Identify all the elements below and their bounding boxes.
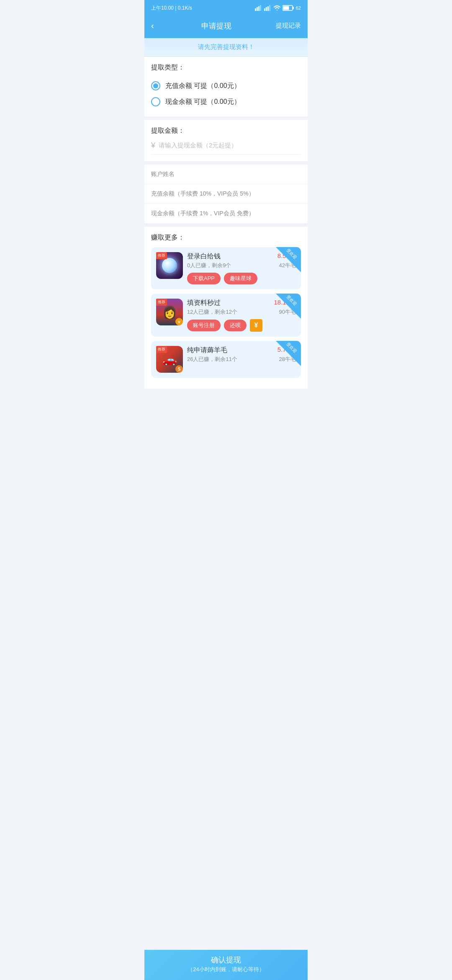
svg-rect-3 [260,5,261,11]
task-card-2[interactable]: 👩 推荐 v 填资料秒过 18.18元 12人已赚，剩余12个 90牛毛 账号注… [151,294,301,337]
earn-more-label: 赚取更多： [151,233,301,242]
task-sub-row-2: 12人已赚，剩余12个 90牛毛 [187,308,296,316]
glow-ball-icon [162,258,177,273]
task-icon-wrap-2: 👩 推荐 v [156,299,183,325]
task-sub-row-1: 0人已赚，剩余9个 42牛毛 [187,262,296,269]
tag-download-app[interactable]: 下载APP [187,273,221,284]
task-card-1[interactable]: 推荐 登录白给钱 8.50元 0人已赚，剩余9个 42牛毛 下载APP 趣味星球… [151,247,301,289]
recharge-radio[interactable] [151,81,160,90]
task-title-2: 填资料秒过 [187,299,221,307]
cash-fee-row: 现金余额（手续费 1%，VIP会员 免费） [144,204,308,223]
withdraw-amount-section: 提取金额： ¥ 请输入提现金额（2元起提） [144,120,308,161]
task-price-1: 8.50元 [277,252,296,260]
task-title-1: 登录白给钱 [187,252,221,261]
amount-placeholder[interactable]: 请输入提现金额（2元起提） [159,142,301,150]
status-bar: 上午10:00 | 0.1K/s 62 [144,0,308,15]
svg-rect-2 [258,6,259,11]
history-button[interactable]: 提现记录 [276,22,301,30]
svg-rect-4 [264,8,265,11]
cash-balance-option[interactable]: 现金余额 可提（0.00元） [151,94,301,110]
task-badge-2: 推荐 [156,299,167,306]
cash-balance-label: 现金余额 可提（0.00元） [165,98,241,106]
svg-rect-5 [266,7,267,11]
s-badge-3: S [175,365,183,373]
back-button[interactable]: ‹ [151,19,157,32]
recharge-fee-text: 充值余额（手续费 10%，VIP会员 5%） [151,190,254,197]
signal-icon [255,5,262,11]
svg-rect-9 [293,7,294,9]
recharge-balance-label: 充值余额 可提（0.00元） [165,82,241,90]
withdraw-type-section: 提取类型： 充值余额 可提（0.00元） 现金余额 可提（0.00元） [144,57,308,116]
status-time: 上午10:00 | 0.1K/s [151,5,192,12]
task-title-row-3: 纯申请薅羊毛 5.76元 [187,346,296,355]
task-icon-wrap-3: 🚗 推荐 S [156,346,183,373]
task-tags-2: 账号注册 还呗 ¥ [187,319,296,332]
recharge-fee-row: 充值余额（手续费 10%，VIP会员 5%） [144,184,308,204]
svg-rect-1 [257,7,258,11]
amount-input-row: ¥ 请输入提现金额（2元起提） [151,141,301,155]
status-icons: 62 [255,5,301,11]
task-price-3: 5.76元 [277,346,296,354]
task-tags-1: 下载APP 趣味星球 [187,273,296,284]
task-desc-3: 26人已赚，剩余11个 [187,356,237,363]
svg-rect-7 [269,5,270,11]
account-info-section: 账户姓名 充值余额（手续费 10%，VIP会员 5%） 现金余额（手续费 1%，… [144,165,308,223]
signal-icon2 [264,5,272,11]
task-content-2: 填资料秒过 18.18元 12人已赚，剩余12个 90牛毛 账号注册 还呗 ¥ [187,299,296,332]
tag-huanba[interactable]: 还呗 [224,320,247,331]
task-badge-3: 推荐 [156,346,167,353]
svg-rect-6 [267,6,269,11]
task-title-3: 纯申请薅羊毛 [187,346,227,355]
notice-text: 请先完善提现资料！ [198,43,254,50]
svg-rect-0 [255,8,256,11]
task-mao-2: 90牛毛 [279,308,296,316]
recharge-balance-option[interactable]: 充值余额 可提（0.00元） [151,78,301,94]
svg-rect-10 [283,6,289,10]
tag-account-register[interactable]: 账号注册 [187,320,221,331]
earn-more-section: 赚取更多： 推荐 登录白给钱 8.50元 0人已赚，剩余9个 42牛毛 下载AP… [144,227,308,389]
task-content-3: 纯申请薅羊毛 5.76元 26人已赚，剩余11个 28牛毛 [187,346,296,366]
account-name-text: 账户姓名 [151,170,175,177]
cash-radio[interactable] [151,97,160,106]
task-badge-1: 推荐 [156,252,167,259]
task-title-row-1: 登录白给钱 8.50元 [187,252,296,261]
task-content-1: 登录白给钱 8.50元 0人已赚，剩余9个 42牛毛 下载APP 趣味星球 [187,252,296,284]
cash-fee-text: 现金余额（手续费 1%，VIP会员 免费） [151,210,254,217]
task-desc-1: 0人已赚，剩余9个 [187,262,231,269]
task-mao-3: 28牛毛 [279,356,296,363]
currency-symbol: ¥ [151,141,155,150]
withdraw-type-label: 提取类型： [151,63,301,72]
wifi-icon [273,5,281,11]
task-sub-row-3: 26人已赚，剩余11个 28牛毛 [187,356,296,363]
page-title: 申请提现 [157,21,276,31]
notice-banner: 请先完善提现资料！ [144,38,308,57]
task-icon-wrap-1: 推荐 [156,252,183,279]
battery-icon [282,5,294,11]
battery-level: 62 [296,5,301,10]
task-mao-1: 42牛毛 [279,262,296,269]
account-name-row[interactable]: 账户姓名 [144,165,308,184]
app-header: ‹ 申请提现 提现记录 [144,15,308,38]
yuan-icon: ¥ [250,319,262,332]
task-title-row-2: 填资料秒过 18.18元 [187,299,296,307]
vip-badge-2: v [175,318,183,325]
tag-quweixingqiu[interactable]: 趣味星球 [224,273,257,284]
task-desc-2: 12人已赚，剩余12个 [187,308,237,316]
task-card-3[interactable]: 🚗 推荐 S 纯申请薅羊毛 5.76元 26人已赚，剩余11个 28牛毛 受欢迎 [151,341,301,378]
task-price-2: 18.18元 [274,299,296,307]
amount-label: 提取金额： [151,126,301,135]
